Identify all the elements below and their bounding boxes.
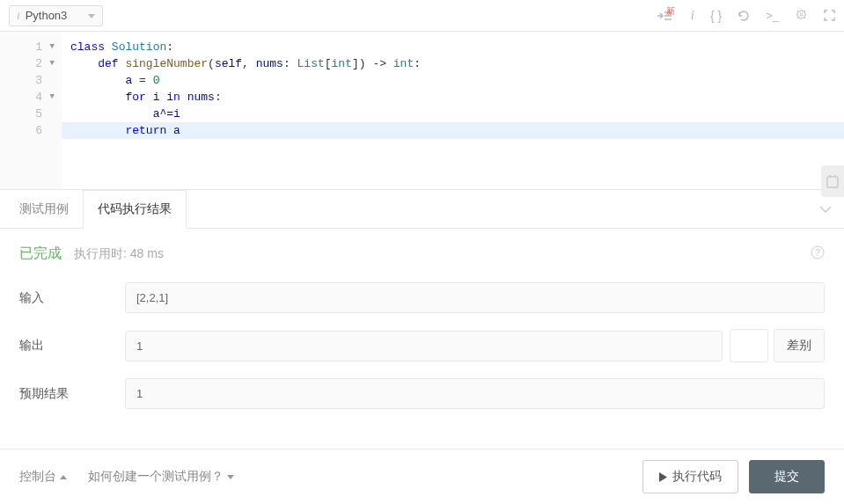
tab-testcases[interactable]: 测试用例: [5, 191, 83, 228]
braces-icon[interactable]: { }: [710, 9, 722, 23]
expected-label: 预期结果: [19, 386, 125, 402]
expected-row: 预期结果 1: [19, 378, 825, 409]
fold-icon[interactable]: ▼: [48, 39, 55, 55]
terminal-icon[interactable]: >_: [766, 9, 779, 22]
editor-toolbar: i Python3 新 i { } >_: [0, 0, 844, 32]
footer-actions: 执行代码 提交: [642, 460, 825, 493]
output-label: 输出: [19, 338, 125, 354]
line-number: 6: [35, 122, 42, 139]
output-row: 输出 1 差别: [19, 329, 825, 362]
diff-button[interactable]: 差别: [774, 329, 825, 362]
status-runtime: 执行用时: 48 ms: [74, 246, 164, 262]
line-number: 4: [35, 89, 42, 106]
collapse-icon[interactable]: [819, 202, 832, 215]
language-label: Python3: [26, 9, 68, 22]
input-label: 输入: [19, 290, 125, 306]
fold-icon[interactable]: ▼: [48, 55, 55, 72]
svg-point-0: [800, 13, 803, 16]
input-value: [2,2,1]: [125, 282, 825, 313]
code-content[interactable]: class Solution: def singleNumber(self, n…: [62, 32, 844, 189]
output-value: 1: [125, 331, 723, 362]
line-number: 1: [35, 39, 42, 55]
help-icon[interactable]: ?: [811, 245, 825, 262]
status-complete: 已完成: [19, 245, 62, 263]
code-editor[interactable]: 1▼ 2▼ 3 4▼ 5 6 class Solution: def singl…: [0, 32, 844, 190]
line-number: 5: [35, 106, 42, 122]
svg-rect-1: [827, 177, 838, 187]
info-icon: i: [17, 9, 20, 23]
toolbar-actions: 新 i { } >_: [657, 8, 835, 23]
submit-button[interactable]: 提交: [749, 460, 825, 493]
result-panel: 已完成 执行用时: 48 ms ? 输入 [2,2,1] 输出 1 差别 预期结…: [0, 229, 844, 441]
reset-icon[interactable]: [738, 10, 750, 22]
line-number: 3: [35, 72, 42, 89]
run-button[interactable]: 执行代码: [642, 460, 738, 493]
result-tabs: 测试用例 代码执行结果: [0, 190, 844, 229]
fullscreen-icon[interactable]: [824, 10, 835, 21]
chevron-down-icon: [88, 9, 95, 22]
footer-bar: 控制台 如何创建一个测试用例？ 执行代码 提交: [0, 449, 844, 504]
language-selector[interactable]: i Python3: [9, 5, 103, 26]
console-toggle[interactable]: 控制台: [19, 469, 67, 485]
expected-value: 1: [125, 378, 825, 409]
svg-text:?: ?: [815, 247, 820, 258]
diff-indicator: [730, 329, 768, 362]
line-number: 2: [35, 55, 42, 72]
indent-icon[interactable]: 新: [657, 11, 675, 21]
tab-results[interactable]: 代码执行结果: [83, 190, 187, 229]
settings-icon[interactable]: [795, 9, 808, 22]
side-panel-button[interactable]: [821, 165, 844, 197]
new-badge: 新: [666, 5, 675, 18]
editor-gutter: 1▼ 2▼ 3 4▼ 5 6: [0, 32, 62, 189]
howto-link[interactable]: 如何创建一个测试用例？: [88, 469, 234, 485]
input-row: 输入 [2,2,1]: [19, 282, 825, 313]
status-row: 已完成 执行用时: 48 ms ?: [19, 245, 825, 263]
info-icon-button[interactable]: i: [691, 8, 694, 23]
fold-icon[interactable]: ▼: [48, 89, 55, 106]
